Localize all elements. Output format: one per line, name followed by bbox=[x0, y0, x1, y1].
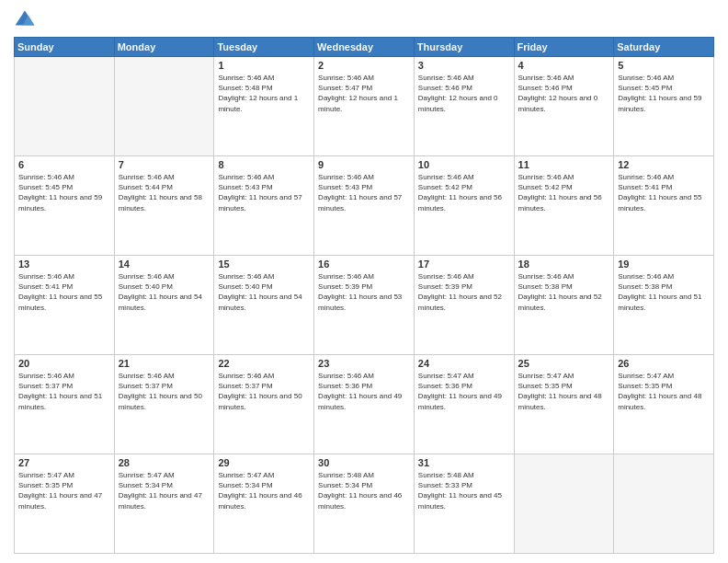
day-info: Sunrise: 5:46 AM Sunset: 5:41 PM Dayligh… bbox=[18, 271, 110, 313]
day-number: 2 bbox=[318, 60, 410, 71]
day-number: 3 bbox=[418, 60, 510, 71]
day-number: 5 bbox=[618, 60, 710, 71]
calendar-day-header: Sunday bbox=[15, 38, 115, 57]
calendar-day-header: Saturday bbox=[614, 38, 714, 57]
day-number: 28 bbox=[119, 457, 210, 468]
day-info: Sunrise: 5:46 AM Sunset: 5:36 PM Dayligh… bbox=[318, 371, 410, 412]
calendar-week-row: 13Sunrise: 5:46 AM Sunset: 5:41 PM Dayli… bbox=[15, 256, 714, 355]
calendar-cell: 30Sunrise: 5:48 AM Sunset: 5:34 PM Dayli… bbox=[314, 454, 415, 554]
calendar-cell: 25Sunrise: 5:47 AM Sunset: 5:35 PM Dayli… bbox=[514, 355, 614, 454]
day-info: Sunrise: 5:46 AM Sunset: 5:37 PM Dayligh… bbox=[218, 371, 310, 412]
calendar-cell: 20Sunrise: 5:46 AM Sunset: 5:37 PM Dayli… bbox=[15, 355, 115, 454]
calendar-day-header: Thursday bbox=[414, 38, 514, 57]
day-number: 31 bbox=[418, 457, 510, 468]
day-number: 11 bbox=[518, 159, 610, 170]
day-number: 4 bbox=[518, 60, 610, 71]
calendar-cell: 28Sunrise: 5:47 AM Sunset: 5:34 PM Dayli… bbox=[114, 454, 214, 554]
day-info: Sunrise: 5:46 AM Sunset: 5:39 PM Dayligh… bbox=[318, 271, 410, 313]
calendar-table: SundayMondayTuesdayWednesdayThursdayFrid… bbox=[14, 37, 714, 554]
calendar-day-header: Wednesday bbox=[314, 38, 415, 57]
calendar-cell: 3Sunrise: 5:46 AM Sunset: 5:46 PM Daylig… bbox=[414, 57, 514, 156]
calendar-cell: 9Sunrise: 5:46 AM Sunset: 5:43 PM Daylig… bbox=[314, 156, 415, 256]
day-number: 1 bbox=[218, 60, 310, 71]
day-info: Sunrise: 5:46 AM Sunset: 5:38 PM Dayligh… bbox=[518, 271, 610, 313]
day-info: Sunrise: 5:46 AM Sunset: 5:46 PM Dayligh… bbox=[518, 73, 610, 114]
calendar-day-header: Tuesday bbox=[214, 38, 314, 57]
day-number: 29 bbox=[218, 457, 310, 468]
day-info: Sunrise: 5:47 AM Sunset: 5:34 PM Dayligh… bbox=[119, 470, 210, 511]
calendar-cell: 17Sunrise: 5:46 AM Sunset: 5:39 PM Dayli… bbox=[414, 256, 514, 355]
calendar-cell: 16Sunrise: 5:46 AM Sunset: 5:39 PM Dayli… bbox=[314, 256, 415, 355]
calendar-cell: 24Sunrise: 5:47 AM Sunset: 5:36 PM Dayli… bbox=[414, 355, 514, 454]
calendar-cell: 22Sunrise: 5:46 AM Sunset: 5:37 PM Dayli… bbox=[214, 355, 314, 454]
calendar-cell: 12Sunrise: 5:46 AM Sunset: 5:41 PM Dayli… bbox=[614, 156, 714, 256]
day-number: 19 bbox=[618, 259, 710, 270]
calendar-cell: 27Sunrise: 5:47 AM Sunset: 5:35 PM Dayli… bbox=[15, 454, 115, 554]
day-info: Sunrise: 5:47 AM Sunset: 5:35 PM Dayligh… bbox=[18, 470, 110, 511]
calendar-cell bbox=[514, 454, 614, 554]
day-number: 8 bbox=[218, 159, 310, 170]
day-number: 7 bbox=[119, 159, 210, 170]
day-info: Sunrise: 5:46 AM Sunset: 5:42 PM Dayligh… bbox=[518, 172, 610, 213]
day-info: Sunrise: 5:46 AM Sunset: 5:40 PM Dayligh… bbox=[218, 271, 310, 313]
calendar-cell: 11Sunrise: 5:46 AM Sunset: 5:42 PM Dayli… bbox=[514, 156, 614, 256]
calendar-cell: 26Sunrise: 5:47 AM Sunset: 5:35 PM Dayli… bbox=[614, 355, 714, 454]
day-number: 14 bbox=[119, 259, 210, 270]
day-info: Sunrise: 5:46 AM Sunset: 5:45 PM Dayligh… bbox=[618, 73, 710, 114]
logo-icon bbox=[14, 9, 36, 31]
day-info: Sunrise: 5:47 AM Sunset: 5:34 PM Dayligh… bbox=[218, 470, 310, 511]
day-info: Sunrise: 5:46 AM Sunset: 5:44 PM Dayligh… bbox=[119, 172, 210, 213]
calendar-week-row: 20Sunrise: 5:46 AM Sunset: 5:37 PM Dayli… bbox=[15, 355, 714, 454]
day-info: Sunrise: 5:46 AM Sunset: 5:39 PM Dayligh… bbox=[418, 271, 510, 313]
day-number: 20 bbox=[18, 358, 110, 369]
header bbox=[14, 9, 714, 31]
calendar-cell: 4Sunrise: 5:46 AM Sunset: 5:46 PM Daylig… bbox=[514, 57, 614, 156]
day-info: Sunrise: 5:46 AM Sunset: 5:37 PM Dayligh… bbox=[18, 371, 110, 412]
day-number: 22 bbox=[218, 358, 310, 369]
day-number: 6 bbox=[18, 159, 110, 170]
day-number: 30 bbox=[318, 457, 410, 468]
calendar-cell bbox=[114, 57, 214, 156]
calendar-cell: 2Sunrise: 5:46 AM Sunset: 5:47 PM Daylig… bbox=[314, 57, 415, 156]
day-number: 9 bbox=[318, 159, 410, 170]
calendar-day-header: Friday bbox=[514, 38, 614, 57]
day-number: 12 bbox=[618, 159, 710, 170]
day-info: Sunrise: 5:46 AM Sunset: 5:41 PM Dayligh… bbox=[618, 172, 710, 213]
day-number: 16 bbox=[318, 259, 410, 270]
day-info: Sunrise: 5:46 AM Sunset: 5:42 PM Dayligh… bbox=[418, 172, 510, 213]
day-number: 13 bbox=[18, 259, 110, 270]
day-info: Sunrise: 5:48 AM Sunset: 5:33 PM Dayligh… bbox=[418, 470, 510, 511]
day-number: 17 bbox=[418, 259, 510, 270]
calendar-week-row: 1Sunrise: 5:46 AM Sunset: 5:48 PM Daylig… bbox=[15, 57, 714, 156]
day-info: Sunrise: 5:46 AM Sunset: 5:40 PM Dayligh… bbox=[119, 271, 210, 313]
calendar-cell: 31Sunrise: 5:48 AM Sunset: 5:33 PM Dayli… bbox=[414, 454, 514, 554]
day-number: 18 bbox=[518, 259, 610, 270]
calendar-cell: 15Sunrise: 5:46 AM Sunset: 5:40 PM Dayli… bbox=[214, 256, 314, 355]
calendar-cell: 23Sunrise: 5:46 AM Sunset: 5:36 PM Dayli… bbox=[314, 355, 415, 454]
day-number: 26 bbox=[618, 358, 710, 369]
calendar-cell: 14Sunrise: 5:46 AM Sunset: 5:40 PM Dayli… bbox=[114, 256, 214, 355]
calendar-cell: 19Sunrise: 5:46 AM Sunset: 5:38 PM Dayli… bbox=[614, 256, 714, 355]
day-number: 23 bbox=[318, 358, 410, 369]
day-number: 21 bbox=[119, 358, 210, 369]
day-number: 27 bbox=[18, 457, 110, 468]
day-info: Sunrise: 5:46 AM Sunset: 5:38 PM Dayligh… bbox=[618, 271, 710, 313]
calendar-cell: 18Sunrise: 5:46 AM Sunset: 5:38 PM Dayli… bbox=[514, 256, 614, 355]
day-info: Sunrise: 5:47 AM Sunset: 5:35 PM Dayligh… bbox=[618, 371, 710, 412]
day-info: Sunrise: 5:46 AM Sunset: 5:37 PM Dayligh… bbox=[119, 371, 210, 412]
day-info: Sunrise: 5:46 AM Sunset: 5:46 PM Dayligh… bbox=[418, 73, 510, 114]
calendar-cell: 7Sunrise: 5:46 AM Sunset: 5:44 PM Daylig… bbox=[114, 156, 214, 256]
calendar-cell: 8Sunrise: 5:46 AM Sunset: 5:43 PM Daylig… bbox=[214, 156, 314, 256]
day-info: Sunrise: 5:46 AM Sunset: 5:43 PM Dayligh… bbox=[318, 172, 410, 213]
calendar-cell: 13Sunrise: 5:46 AM Sunset: 5:41 PM Dayli… bbox=[15, 256, 115, 355]
calendar-cell bbox=[614, 454, 714, 554]
day-number: 10 bbox=[418, 159, 510, 170]
day-info: Sunrise: 5:48 AM Sunset: 5:34 PM Dayligh… bbox=[318, 470, 410, 511]
day-info: Sunrise: 5:47 AM Sunset: 5:35 PM Dayligh… bbox=[518, 371, 610, 412]
calendar-week-row: 6Sunrise: 5:46 AM Sunset: 5:45 PM Daylig… bbox=[15, 156, 714, 256]
calendar-week-row: 27Sunrise: 5:47 AM Sunset: 5:35 PM Dayli… bbox=[15, 454, 714, 554]
calendar-cell: 29Sunrise: 5:47 AM Sunset: 5:34 PM Dayli… bbox=[214, 454, 314, 554]
day-number: 15 bbox=[218, 259, 310, 270]
day-info: Sunrise: 5:46 AM Sunset: 5:43 PM Dayligh… bbox=[218, 172, 310, 213]
day-info: Sunrise: 5:47 AM Sunset: 5:36 PM Dayligh… bbox=[418, 371, 510, 412]
